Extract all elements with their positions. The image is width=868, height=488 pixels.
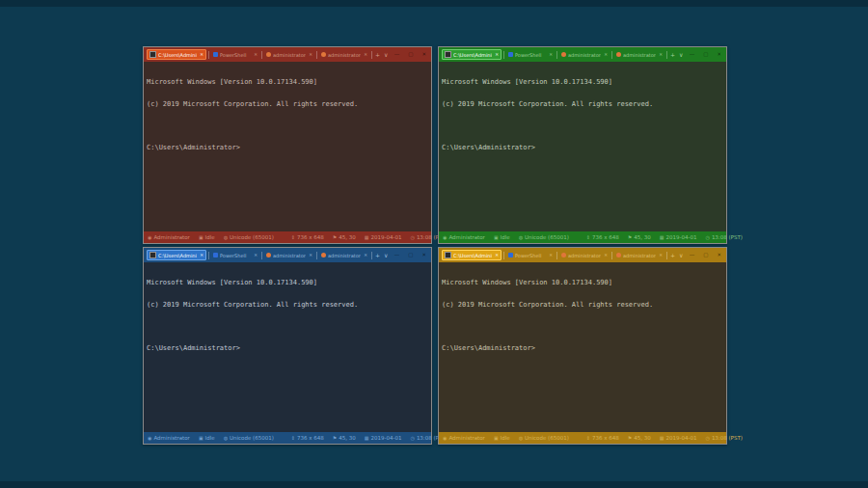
powershell-icon [508, 52, 513, 57]
ssh-icon [561, 52, 566, 57]
tab-ssh-2[interactable]: administrator@DESK… ✕ [319, 49, 369, 60]
tab-dropdown-button[interactable]: ∨ [677, 49, 685, 60]
tab-ssh-1[interactable]: administrator@DESK… ✕ [559, 49, 610, 60]
maximize-button[interactable]: ▢ [408, 248, 413, 262]
minimize-button[interactable]: — [394, 47, 400, 62]
new-tab-button[interactable]: + [668, 49, 677, 60]
terminal-blank-line [147, 122, 431, 130]
tab-separator [666, 252, 667, 259]
size-icon: ⇕ [586, 234, 590, 240]
status-user-label: Administrator [448, 435, 485, 441]
tab-separator [556, 252, 557, 259]
tab-close-icon[interactable]: ✕ [309, 52, 312, 57]
status-encoding: ◍ Unicode (65001) [519, 435, 569, 441]
tab-dropdown-button[interactable]: ∨ [677, 250, 685, 260]
status-size-label: 736 x 648 [297, 234, 324, 240]
powershell-icon [213, 52, 218, 57]
status-position: ⚑ 45, 30 [628, 234, 651, 240]
status-size-label: 736 x 648 [592, 435, 619, 441]
close-button[interactable]: ✕ [421, 248, 426, 262]
tab-separator [611, 51, 612, 59]
tab-close-icon[interactable]: ✕ [364, 253, 367, 258]
terminal-output[interactable]: Microsoft Windows [Version 10.0.17134.59… [144, 62, 431, 231]
tab-powershell[interactable]: PowerShell ✕ [506, 49, 555, 60]
tab-label: C:\Users\Administr… [158, 52, 197, 58]
tab-close-icon[interactable]: ✕ [254, 52, 258, 57]
ssh-icon [616, 52, 621, 57]
tab-close-icon[interactable]: ✕ [495, 253, 499, 258]
new-tab-button[interactable]: + [668, 250, 677, 260]
tab-close-icon[interactable]: ✕ [254, 253, 258, 258]
tab-close-icon[interactable]: ✕ [659, 52, 663, 57]
tab-powershell[interactable]: PowerShell ✕ [211, 250, 259, 260]
clock-icon: ◷ [706, 234, 710, 240]
tab-close-icon[interactable]: ✕ [495, 52, 499, 57]
tab-separator [371, 51, 372, 59]
status-time-label: 13:08 (PST) [712, 234, 743, 240]
tab-close-icon[interactable]: ✕ [549, 253, 553, 258]
close-button[interactable]: ✕ [717, 248, 721, 262]
tab-ssh-2[interactable]: administrator@DESK… ✕ [614, 250, 665, 260]
activity-icon: ▣ [199, 435, 203, 441]
window-controls: — ▢ ✕ [690, 47, 723, 62]
tab-ssh-1[interactable]: administrator@DESK… ✕ [264, 49, 314, 60]
status-size: ⇕ 736 x 648 [291, 234, 324, 240]
tab-close-icon[interactable]: ✕ [200, 52, 203, 57]
tab-dropdown-button[interactable]: ∨ [382, 250, 390, 260]
maximize-button[interactable]: ▢ [703, 47, 708, 62]
terminal-output[interactable]: Microsoft Windows [Version 10.0.17134.59… [439, 262, 726, 432]
minimize-button[interactable]: — [394, 248, 400, 262]
tab-ssh-2[interactable]: administrator@DESK… ✕ [319, 250, 369, 260]
tab-cmd[interactable]: C:\Users\Administr… ✕ [442, 49, 502, 60]
terminal-prompt: C:\Users\Administrator> [147, 345, 431, 353]
terminal-window-top-left: C:\Users\Administr… ✕ PowerShell ✕ admin… [143, 46, 432, 244]
tab-close-icon[interactable]: ✕ [604, 52, 608, 57]
status-user: ◉ Administrator [148, 435, 190, 441]
tab-close-icon[interactable]: ✕ [309, 253, 312, 258]
terminal-output[interactable]: Microsoft Windows [Version 10.0.17134.59… [439, 62, 726, 231]
tab-powershell[interactable]: PowerShell ✕ [211, 49, 259, 60]
status-position: ⚑ 45, 30 [333, 435, 356, 441]
minimize-button[interactable]: — [690, 47, 695, 62]
status-bar: ◉ Administrator ▣ Idle ◍ Unicode (65001)… [439, 432, 726, 444]
tab-label: administrator@DESK… [568, 52, 601, 58]
status-date: ▦ 2019-04-01 [660, 234, 697, 240]
status-time: ◷ 13:08 (PST) [706, 234, 743, 240]
new-tab-button[interactable]: + [373, 250, 382, 260]
minimize-button[interactable]: — [690, 248, 695, 262]
terminal-output[interactable]: Microsoft Windows [Version 10.0.17134.59… [144, 262, 431, 432]
terminal-blank-line [442, 323, 726, 331]
close-button[interactable]: ✕ [717, 47, 721, 62]
tab-close-icon[interactable]: ✕ [659, 253, 663, 258]
status-user: ◉ Administrator [443, 435, 485, 441]
tab-close-icon[interactable]: ✕ [549, 52, 553, 57]
tab-cmd[interactable]: C:\Users\Administr… ✕ [147, 49, 206, 60]
tab-ssh-1[interactable]: administrator@DESK… ✕ [264, 250, 314, 260]
tab-cmd[interactable]: C:\Users\Administr… ✕ [442, 250, 502, 260]
maximize-button[interactable]: ▢ [408, 47, 413, 62]
tab-cmd[interactable]: C:\Users\Administr… ✕ [147, 250, 206, 260]
tab-dropdown-button[interactable]: ∨ [382, 49, 390, 60]
status-position-label: 45, 30 [634, 234, 651, 240]
tab-close-icon[interactable]: ✕ [200, 253, 203, 258]
date-icon: ▦ [660, 435, 665, 441]
tab-label: administrator@DESK… [623, 253, 656, 258]
terminal-line: (c) 2019 Microsoft Corporation. All righ… [147, 101, 431, 109]
status-left: ◉ Administrator ▣ Idle ◍ Unicode (65001) [148, 435, 283, 441]
tab-ssh-1[interactable]: administrator@DESK… ✕ [559, 250, 610, 260]
new-tab-button[interactable]: + [373, 49, 382, 60]
window-controls: — ▢ ✕ [690, 248, 723, 262]
cmd-icon [149, 51, 156, 58]
size-icon: ⇕ [291, 435, 295, 441]
close-button[interactable]: ✕ [421, 47, 426, 62]
tab-powershell[interactable]: PowerShell ✕ [506, 250, 555, 260]
maximize-button[interactable]: ▢ [703, 248, 708, 262]
cmd-icon [445, 51, 451, 58]
status-user: ◉ Administrator [148, 234, 190, 240]
status-left: ◉ Administrator ▣ Idle ◍ Unicode (65001) [148, 234, 283, 240]
tab-ssh-2[interactable]: administrator@DESK… ✕ [614, 49, 665, 60]
tab-close-icon[interactable]: ✕ [364, 52, 367, 57]
tab-close-icon[interactable]: ✕ [604, 253, 608, 258]
tab-separator [371, 252, 372, 259]
terminal-prompt: C:\Users\Administrator> [147, 145, 431, 152]
